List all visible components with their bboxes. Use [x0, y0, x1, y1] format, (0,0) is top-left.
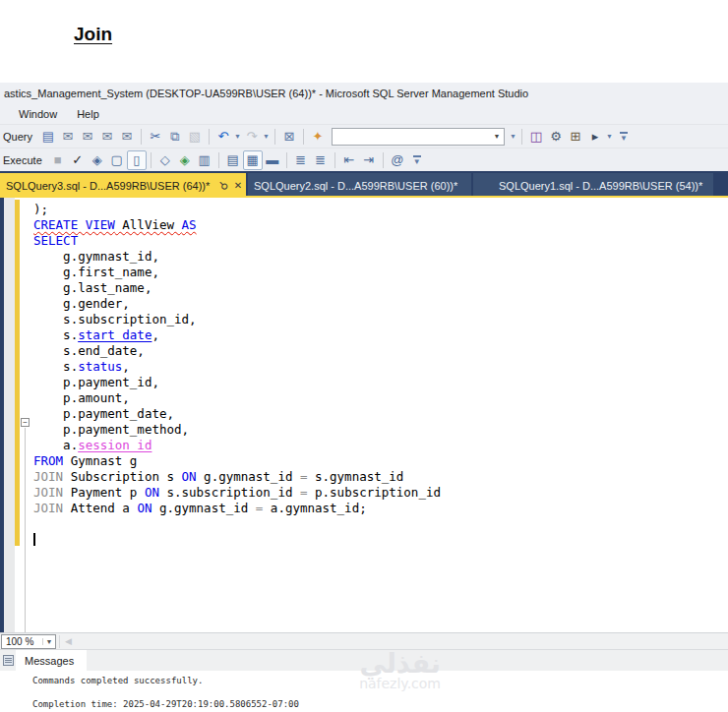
code-token: Gymnast g — [63, 453, 137, 468]
pin-icon[interactable]: ⚲ — [213, 176, 232, 195]
code-line[interactable]: g.gymnast_id, — [33, 249, 722, 265]
code-line[interactable]: s.subscription_id, — [33, 312, 722, 327]
dax-query-icon[interactable]: ✉ — [117, 127, 137, 147]
code-line[interactable]: p.payment_id, — [33, 375, 722, 390]
toolbar-separator — [151, 152, 152, 168]
paste-icon[interactable]: ▧ — [185, 127, 205, 147]
zoom-selector[interactable]: 100 % ▼ — [1, 634, 56, 649]
results-text-icon[interactable]: ▤ — [223, 150, 243, 170]
query-toolbar-label: Query — [0, 131, 38, 143]
uncomment-icon[interactable]: ≣ — [311, 150, 331, 170]
chevron-down-icon[interactable]: ▼ — [262, 133, 271, 140]
fold-toggle-icon[interactable]: − — [21, 418, 30, 427]
close-icon[interactable]: ✕ — [230, 180, 246, 191]
code-line[interactable]: JOIN Subscription s ON g.gymnast_id = s.… — [33, 469, 722, 485]
toolbar-sql-editor: Execute ■✓◈▢▯◇◈▥▤▦▬≣≣⇤⇥@▼ — [0, 148, 728, 171]
indent-increase-icon[interactable]: ⇥ — [359, 150, 379, 170]
scroll-left-icon[interactable]: ◀ — [63, 636, 74, 646]
results-pane-bar: Messages — [0, 649, 728, 671]
parse-icon[interactable]: ✓ — [68, 150, 88, 170]
toolbar-combobox[interactable]: ▼ — [332, 128, 505, 146]
code-line[interactable]: CREATE VIEW AllView AS — [33, 217, 722, 233]
horizontal-scrollbar[interactable]: 100 % ▼ ◀ — [0, 632, 728, 649]
text-caret — [33, 533, 35, 546]
results-file-icon[interactable]: ▬ — [263, 150, 282, 170]
code-token: , — [152, 327, 159, 342]
toolbar-overflow-icon[interactable]: ▼ — [620, 132, 628, 142]
code-line[interactable] — [33, 532, 722, 548]
code-line[interactable]: SELECT — [33, 233, 722, 249]
code-token: s.gymnast_id — [307, 469, 403, 484]
toolbar-separator — [383, 152, 384, 168]
tab-sqlquery-3[interactable]: SQLQuery1.sql - D...A599RB\USER (54))* — [473, 173, 713, 198]
results-grid-icon[interactable]: ▦ — [243, 150, 263, 170]
estimated-plan-icon[interactable]: ◈ — [88, 150, 107, 170]
message-line: Commands completed successfully. — [32, 675, 728, 686]
live-stats-icon[interactable]: ◇ — [155, 150, 175, 170]
xml-window-icon[interactable]: ◫ — [526, 127, 546, 147]
toolbar-overflow-icon[interactable]: ▼ — [413, 155, 421, 165]
menu-window[interactable]: Window — [9, 106, 67, 122]
mdx-query-icon[interactable]: ✉ — [58, 127, 78, 147]
selection-box-icon[interactable]: ⊠ — [279, 127, 299, 147]
sql-editor[interactable]: − );CREATE VIEW AllView ASSELECT g.gymna… — [0, 198, 728, 632]
toolbar-combobox-input[interactable] — [333, 130, 490, 144]
chevron-down-icon[interactable]: ▼ — [490, 133, 504, 140]
tab-sqlquery-1[interactable]: SQLQuery3.sql - D...A599RB\USER (64))*⚲✕ — [0, 173, 246, 198]
code-line[interactable]: g.first_name, — [33, 265, 722, 280]
undo-icon[interactable]: ↶ — [213, 127, 233, 147]
execute-button[interactable]: Execute — [0, 154, 48, 166]
tab-sqlquery-2[interactable]: SQLQuery2.sql - D...A599RB\USER (60))* — [248, 173, 471, 198]
code-line[interactable]: s.status, — [33, 359, 722, 375]
menu-bar: WindowHelp — [0, 104, 728, 124]
new-query-icon[interactable]: ▤ — [38, 127, 58, 147]
toolbar-separator — [521, 129, 522, 145]
copy-icon[interactable]: ⧉ — [165, 127, 185, 147]
chevron-down-icon[interactable]: ▼ — [42, 638, 55, 645]
menu-help[interactable]: Help — [67, 106, 109, 122]
stop-icon[interactable]: ■ — [48, 150, 68, 170]
xmla-query-icon[interactable]: ✉ — [97, 127, 117, 147]
intellisense-icon[interactable]: ▯ — [127, 150, 147, 170]
redo-icon[interactable]: ↷ — [242, 127, 262, 147]
wrench-icon[interactable]: ⚙ — [546, 127, 566, 147]
chevron-down-icon[interactable]: ▼ — [509, 133, 517, 140]
indent-decrease-icon[interactable]: ⇤ — [339, 150, 359, 170]
comment-icon[interactable]: ≣ — [291, 150, 311, 170]
code-line[interactable]: JOIN Payment p ON s.subscription_id = p.… — [33, 485, 722, 501]
code-line[interactable]: s.end_date, — [33, 343, 722, 359]
code-token: status — [78, 359, 122, 374]
code-token: CREATE VIEW — [33, 217, 115, 232]
code-line[interactable]: g.gender, — [33, 296, 722, 312]
toolbox-icon[interactable]: ⊞ — [566, 127, 585, 147]
include-plan-icon[interactable]: ◈ — [175, 150, 195, 170]
code-line[interactable]: p.amount, — [33, 390, 722, 406]
code-line[interactable]: FROM Gymnast g — [33, 453, 722, 469]
code-line[interactable] — [33, 516, 722, 532]
chevron-down-icon[interactable]: ▼ — [233, 133, 242, 140]
template-params-icon[interactable]: @ — [388, 150, 407, 170]
code-line[interactable]: s.start_date, — [33, 327, 722, 343]
message-line: Completion time: 2025-04-29T20:19:00.580… — [32, 698, 728, 710]
unsaved-change-bar — [15, 200, 20, 546]
code-line[interactable]: a.session_id — [33, 438, 722, 453]
tab-messages[interactable]: Messages — [16, 650, 87, 672]
code-line[interactable]: p.payment_method, — [33, 422, 722, 438]
find-navigate-icon[interactable]: ✦ — [308, 127, 328, 147]
console-icon[interactable]: ▸ — [585, 127, 605, 147]
code-line[interactable]: ); — [33, 202, 722, 217]
dmx-query-icon[interactable]: ✉ — [78, 127, 97, 147]
code-token: ON — [145, 485, 159, 500]
code-line[interactable]: p.payment_date, — [33, 406, 722, 422]
query-options-icon[interactable]: ▢ — [107, 150, 127, 170]
chevron-down-icon[interactable]: ▼ — [605, 133, 614, 140]
code-line[interactable]: g.last_name, — [33, 280, 722, 296]
code-editor-text[interactable]: );CREATE VIEW AllView ASSELECT g.gymnast… — [33, 202, 722, 548]
code-token: AS — [182, 217, 197, 232]
client-stats-icon[interactable]: ▥ — [195, 150, 214, 170]
code-token: p.payment_method, — [33, 422, 189, 437]
tab-label: SQLQuery3.sql - D...A599RB\USER (64))* — [6, 180, 216, 192]
code-line[interactable]: JOIN Attend a ON g.gymnast_id = a.gymnas… — [33, 501, 722, 516]
page: Join astics_Management_System (DESKTOP-U… — [0, 0, 728, 712]
cut-icon[interactable]: ✂ — [146, 127, 165, 147]
